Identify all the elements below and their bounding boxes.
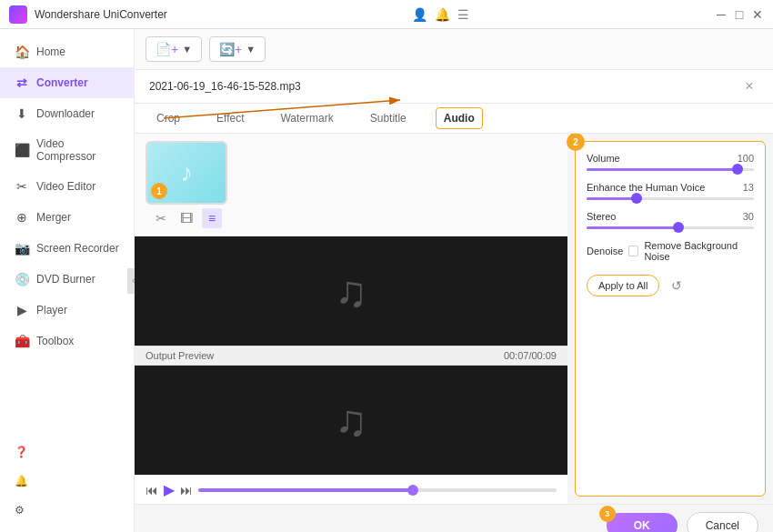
sidebar-item-converter[interactable]: ⇄ Converter: [0, 67, 134, 98]
sidebar-item-home[interactable]: 🏠 Home: [0, 36, 134, 67]
convert-icon: 🔄+: [219, 42, 242, 56]
volume-fill: [587, 168, 738, 171]
sidebar-item-toolbox[interactable]: 🧰 Toolbox: [0, 326, 134, 356]
stereo-slider[interactable]: [587, 226, 754, 229]
sidebar-item-screen-recorder[interactable]: 📷 Screen Recorder: [0, 233, 134, 264]
merger-icon: ⊕: [15, 210, 29, 225]
denoise-label: Denoise: [587, 246, 623, 256]
sidebar-item-player[interactable]: ▶ Player: [0, 295, 134, 326]
sidebar-label-home: Home: [36, 45, 65, 58]
sidebar-label-editor: Video Editor: [36, 180, 95, 193]
progress-bar[interactable]: [198, 488, 557, 492]
sidebar: 🏠 Home ⇄ Converter ⬇ Downloader ⬛ Video …: [0, 29, 135, 532]
cut-button[interactable]: ✂: [151, 208, 171, 228]
volume-control: Volume 100: [587, 153, 754, 171]
volume-slider[interactable]: [587, 168, 754, 171]
preview-divider: Output Preview 00:07/00:09: [135, 346, 567, 366]
tab-effect[interactable]: Effect: [209, 108, 251, 128]
sidebar-label-merger: Merger: [36, 211, 71, 224]
sidebar-item-video-compressor[interactable]: ⬛ Video Compressor: [0, 129, 134, 171]
stereo-thumb: [673, 222, 684, 233]
panel-badge: 2: [567, 134, 585, 151]
play-button[interactable]: ▶: [164, 481, 175, 498]
enhance-control: Enhance the Human Voice 13: [587, 182, 754, 200]
converter-icon: ⇄: [15, 75, 29, 90]
preview-top: ♫: [135, 236, 567, 346]
skip-forward-button[interactable]: ⏭: [180, 483, 193, 497]
add-buttons-bar: 📄+ ▼ 🔄+ ▼: [135, 29, 773, 70]
modal-tabs: Crop Effect Watermark Subtitle Audio: [135, 104, 773, 134]
sidebar-item-settings[interactable]: ⚙: [0, 496, 134, 525]
sidebar-label-dvd: DVD Burner: [36, 273, 95, 286]
thumb-badge: 1: [151, 183, 167, 199]
preview-music-icon: ♫: [335, 266, 367, 316]
reset-button[interactable]: ↺: [667, 276, 687, 296]
enhance-fill: [587, 197, 637, 200]
film-button[interactable]: 🎞: [176, 208, 196, 228]
sidebar-label-downloader: Downloader: [36, 107, 95, 120]
enhance-thumb: [631, 193, 642, 204]
modal-close-button[interactable]: ×: [740, 77, 758, 95]
add-files-button[interactable]: 📄+ ▼: [146, 36, 202, 62]
enhance-label: Enhance the Human Voice: [587, 182, 705, 193]
file-thumbnail: ♪ 1: [146, 141, 227, 205]
panel-actions: Apply to All ↺: [587, 275, 754, 296]
editor-icon: ✂: [15, 179, 29, 194]
sidebar-item-notifications[interactable]: 🔔: [0, 467, 134, 496]
volume-value: 100: [738, 153, 754, 164]
add-files-icon: 📄+: [156, 42, 178, 56]
edit-modal: 2021-06-19_16-46-15-528.mp3 × Crop Effec…: [135, 70, 773, 532]
close-button[interactable]: ✕: [751, 8, 764, 21]
timestamp-label: 00:07/00:09: [504, 350, 557, 361]
sidebar-item-dvd-burner[interactable]: 💿 DVD Burner: [0, 264, 134, 295]
ok-label: OK: [634, 519, 650, 532]
cancel-button[interactable]: Cancel: [687, 512, 758, 532]
settings-icon: ⚙: [15, 504, 25, 517]
preview-bottom: ♫: [135, 366, 567, 475]
user-icon[interactable]: 👤: [412, 7, 427, 22]
main-content: 📄+ ▼ 🔄+ ▼ 2021-06-19_16-46-15-528.mp3 × …: [135, 29, 773, 532]
music-note-icon: ♪: [180, 158, 193, 187]
denoise-checkbox[interactable]: [628, 246, 638, 256]
sidebar-item-help[interactable]: ❓: [0, 437, 134, 467]
skip-back-button[interactable]: ⏮: [146, 483, 158, 497]
ok-button[interactable]: 3 OK: [607, 513, 678, 532]
downloader-icon: ⬇: [15, 106, 29, 121]
minimize-button[interactable]: ─: [715, 8, 728, 21]
output-preview-label: Output Preview: [146, 350, 214, 361]
tab-subtitle[interactable]: Subtitle: [363, 108, 414, 128]
audio-panel: 2 Volume 100: [575, 141, 766, 497]
tab-crop[interactable]: Crop: [149, 108, 187, 128]
progress-fill: [198, 488, 413, 492]
sidebar-label-player: Player: [36, 304, 67, 316]
sidebar-label-compressor: Video Compressor: [36, 137, 119, 163]
tab-watermark[interactable]: Watermark: [273, 108, 340, 128]
list-button[interactable]: ≡: [202, 208, 222, 228]
volume-label: Volume: [587, 153, 620, 164]
sidebar-item-video-editor[interactable]: ✂ Video Editor: [0, 171, 134, 202]
convert-button[interactable]: 🔄+ ▼: [209, 36, 266, 62]
stereo-fill: [587, 226, 678, 229]
modal-header: 2021-06-19_16-46-15-528.mp3 ×: [135, 70, 773, 104]
modal-action-bar: 3 OK Cancel: [135, 504, 773, 532]
file-list-area: ♪ 1 ✂ 🎞 ≡: [135, 134, 567, 236]
enhance-slider[interactable]: [587, 197, 754, 200]
apply-all-button[interactable]: Apply to All: [587, 275, 659, 296]
tab-audio[interactable]: Audio: [436, 107, 483, 129]
denoise-row: Denoise Remove Background Noise: [587, 240, 754, 262]
home-icon: 🏠: [15, 45, 29, 59]
sidebar-label-converter: Converter: [36, 76, 88, 89]
maximize-button[interactable]: □: [733, 8, 746, 21]
player-icon: ▶: [15, 303, 29, 317]
bell-icon[interactable]: 🔔: [435, 7, 450, 22]
volume-thumb: [732, 164, 743, 175]
stereo-control: Stereo 30: [587, 211, 754, 229]
stereo-label: Stereo: [587, 211, 616, 222]
toolbox-icon: 🧰: [15, 334, 29, 348]
sidebar-item-downloader[interactable]: ⬇ Downloader: [0, 98, 134, 129]
stereo-value: 30: [743, 211, 754, 222]
menu-icon[interactable]: ☰: [457, 7, 469, 22]
sidebar-item-merger[interactable]: ⊕ Merger: [0, 202, 134, 233]
denoise-checkbox-label: Remove Background Noise: [644, 240, 754, 262]
ok-badge: 3: [599, 506, 616, 522]
